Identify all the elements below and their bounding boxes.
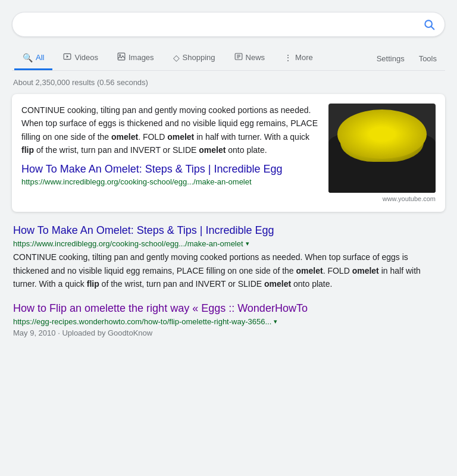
tab-more[interactable]: ⋮ More <box>276 47 321 70</box>
shopping-icon: ◇ <box>173 53 180 62</box>
tab-all-label: All <box>36 53 44 62</box>
featured-result-card: CONTINUE cooking, tilting pan and gently… <box>12 94 445 212</box>
more-icon: ⋮ <box>284 53 292 62</box>
result-2-title-link[interactable]: How to Flip an omelette the right way « … <box>13 302 444 315</box>
result-2-url: https://egg-recipes.wonderhowto.com/how-… <box>13 317 271 326</box>
featured-image-container: www.youtube.com <box>328 104 436 202</box>
all-icon: 🔍 <box>23 53 33 62</box>
tab-more-label: More <box>295 53 313 62</box>
search-result-2: How to Flip an omelette the right way « … <box>12 302 445 337</box>
svg-line-1 <box>431 27 434 30</box>
result-1-url-row: https://www.incrediblegg.org/cooking-sch… <box>13 239 444 248</box>
nav-tabs: 🔍 All Videos Images ◇ Shopping News ⋮ <box>12 46 445 71</box>
tab-images-label: Images <box>129 53 154 62</box>
featured-content: CONTINUE cooking, tilting pan and gently… <box>21 104 319 186</box>
featured-image <box>328 104 436 193</box>
featured-title-link[interactable]: How To Make An Omelet: Steps & Tips | In… <box>21 163 319 176</box>
videos-icon <box>63 52 71 62</box>
omelet-shape <box>340 112 424 162</box>
svg-rect-4 <box>118 53 125 60</box>
tab-news-label: News <box>246 53 265 62</box>
svg-marker-3 <box>67 55 69 58</box>
featured-url: https://www.incrediblegg.org/cooking-sch… <box>21 177 319 186</box>
search-button[interactable] <box>423 18 435 30</box>
result-2-dropdown-arrow[interactable]: ▾ <box>274 318 277 325</box>
tab-videos-label: Videos <box>74 53 98 62</box>
result-1-snippet: CONTINUE cooking, tilting pan and gently… <box>13 250 444 290</box>
page-container: how to flip an omelet 🔍 All Videos Image… <box>12 12 445 337</box>
result-1-dropdown-arrow[interactable]: ▾ <box>246 240 249 248</box>
tab-videos[interactable]: Videos <box>55 46 107 70</box>
images-icon <box>117 52 126 62</box>
image-source: www.youtube.com <box>328 195 436 202</box>
result-2-date: May 9, 2010 · Uploaded by GoodtoKnow <box>13 328 444 337</box>
search-bar: how to flip an omelet <box>12 12 445 37</box>
result-1-title-link[interactable]: How To Make An Omelet: Steps & Tips | In… <box>13 224 444 237</box>
settings-link[interactable]: Settings <box>371 48 411 69</box>
tab-news[interactable]: News <box>226 46 274 70</box>
search-icon <box>423 18 435 30</box>
featured-snippet: CONTINUE cooking, tilting pan and gently… <box>21 104 319 157</box>
tab-images[interactable]: Images <box>109 46 162 70</box>
svg-point-5 <box>119 55 120 56</box>
pan-shape <box>328 130 436 193</box>
tools-link[interactable]: Tools <box>413 48 443 69</box>
search-input[interactable]: how to flip an omelet <box>22 19 423 30</box>
result-2-url-row: https://egg-recipes.wonderhowto.com/how-… <box>13 317 444 326</box>
result-1-url: https://www.incrediblegg.org/cooking-sch… <box>13 239 243 248</box>
news-icon <box>234 52 243 62</box>
tab-shopping[interactable]: ◇ Shopping <box>165 47 224 70</box>
result-count: About 2,350,000 results (0.56 seconds) <box>12 78 445 87</box>
search-result-1: How To Make An Omelet: Steps & Tips | In… <box>12 224 445 291</box>
tab-all[interactable]: 🔍 All <box>14 47 52 70</box>
tab-shopping-label: Shopping <box>183 53 215 62</box>
